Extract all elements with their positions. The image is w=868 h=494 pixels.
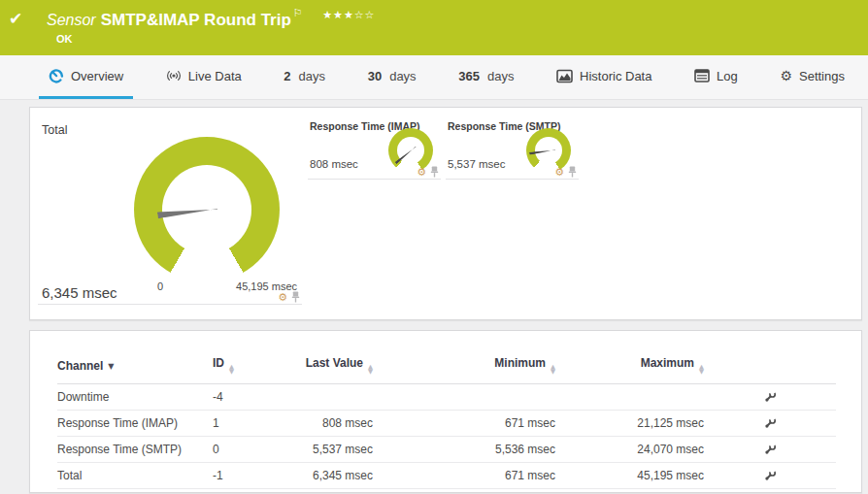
tab-historic-data-label: Historic Data — [580, 69, 651, 83]
channel-settings-wrench-icon[interactable] — [763, 390, 777, 404]
imap-gauge-needle — [395, 145, 417, 163]
table-row: Response Time (IMAP) 1 808 msec 671 msec… — [57, 411, 836, 437]
col-header-maximum[interactable]: Maximum▲▼ — [555, 350, 704, 384]
tab-historic-data[interactable]: Historic Data — [547, 55, 661, 99]
log-list-icon — [694, 69, 710, 82]
gauge-settings-gear-icon[interactable]: ⚙ — [417, 167, 426, 178]
sort-icon: ▲▼ — [551, 365, 555, 375]
status-ok-check-icon: ✔ — [9, 9, 22, 28]
tab-30-days[interactable]: 30days — [358, 55, 426, 99]
tab-live-data-label: Live Data — [188, 69, 242, 83]
total-gauge-min: 0 — [157, 280, 163, 292]
total-gauge-tile: Total 0 45,195 msec 6,345 msec ⚙ — [38, 115, 302, 305]
flag-icon[interactable]: ⚐ — [293, 7, 303, 19]
sort-desc-icon: ▼ — [108, 362, 114, 371]
pin-icon[interactable] — [430, 166, 439, 178]
priority-stars[interactable]: ★★★☆☆ — [322, 9, 375, 21]
channel-table: Channel▼ ID▲▼ Last Value▲▼ Minimum▲▼ Max… — [57, 350, 836, 489]
gauges-panel: Total 0 45,195 msec 6,345 msec ⚙ Respons… — [29, 107, 862, 320]
sort-icon: ▲▼ — [229, 365, 234, 375]
tab-2-days[interactable]: 2days — [274, 55, 335, 99]
tab-365-days[interactable]: 365days — [449, 55, 523, 99]
tab-settings[interactable]: ⚙ Settings — [770, 55, 854, 99]
total-gauge-title: Total — [42, 123, 67, 137]
table-row: Total -1 6,345 msec 671 msec 45,195 msec — [57, 463, 836, 489]
smtp-gauge-needle — [529, 148, 555, 155]
col-header-last-value[interactable]: Last Value▲▼ — [295, 350, 373, 384]
total-gauge-value: 6,345 msec — [42, 284, 117, 301]
sort-icon: ▲▼ — [699, 365, 704, 375]
sensor-header: ✔ SensorSMTP&IMAP Round Trip⚐ ★★★☆☆ OK — [0, 0, 868, 55]
channel-table-panel: Channel▼ ID▲▼ Last Value▲▼ Minimum▲▼ Max… — [29, 330, 862, 493]
tab-overview-label: Overview — [71, 69, 123, 83]
channel-name: Response Time (IMAP) — [57, 411, 213, 437]
pin-icon[interactable] — [568, 166, 577, 178]
table-row: Response Time (SMTP) 0 5,537 msec 5,536 … — [57, 437, 836, 463]
gauge-settings-gear-icon[interactable]: ⚙ — [278, 292, 287, 303]
col-header-id[interactable]: ID▲▼ — [213, 350, 295, 384]
col-header-actions — [704, 350, 836, 384]
tab-settings-label: Settings — [799, 69, 845, 83]
channel-name: Response Time (SMTP) — [57, 437, 213, 463]
tab-overview[interactable]: Overview — [39, 55, 133, 99]
imap-gauge-tile: Response Time (IMAP) 808 msec ⚙ — [308, 115, 441, 180]
gear-icon: ⚙ — [780, 69, 792, 82]
col-header-minimum[interactable]: Minimum▲▼ — [373, 350, 555, 384]
sort-icon: ▲▼ — [368, 365, 373, 375]
channel-name: Downtime — [57, 384, 213, 411]
channel-settings-wrench-icon[interactable] — [763, 443, 777, 456]
total-gauge — [134, 137, 280, 282]
total-gauge-needle — [157, 205, 217, 217]
tab-log-label: Log — [717, 69, 738, 83]
tab-bar: Overview Live Data 2days 30days 365days … — [0, 55, 868, 100]
smtp-gauge-value: 5,537 msec — [448, 158, 505, 170]
pin-icon[interactable] — [291, 291, 300, 303]
tab-live-data[interactable]: Live Data — [156, 55, 251, 99]
area-chart-icon — [556, 69, 573, 83]
col-header-channel[interactable]: Channel▼ — [57, 350, 213, 384]
table-header-row: Channel▼ ID▲▼ Last Value▲▼ Minimum▲▼ Max… — [57, 350, 836, 384]
imap-gauge-value: 808 msec — [310, 158, 358, 170]
channel-name: Total — [57, 463, 213, 489]
table-row: Downtime -4 — [57, 384, 836, 411]
smtp-gauge-tile: Response Time (SMTP) 5,537 msec ⚙ — [446, 115, 579, 180]
gauge-icon — [49, 68, 64, 83]
sensor-kind-label: Sensor — [47, 12, 96, 28]
channel-settings-wrench-icon[interactable] — [763, 469, 777, 482]
gauge-settings-gear-icon[interactable]: ⚙ — [554, 167, 564, 178]
channel-settings-wrench-icon[interactable] — [763, 416, 777, 430]
sensor-status-badge: OK — [56, 33, 868, 45]
sensor-title: SMTP&IMAP Round Trip — [101, 11, 291, 29]
tab-log[interactable]: Log — [684, 55, 748, 99]
broadcast-icon — [166, 68, 182, 83]
